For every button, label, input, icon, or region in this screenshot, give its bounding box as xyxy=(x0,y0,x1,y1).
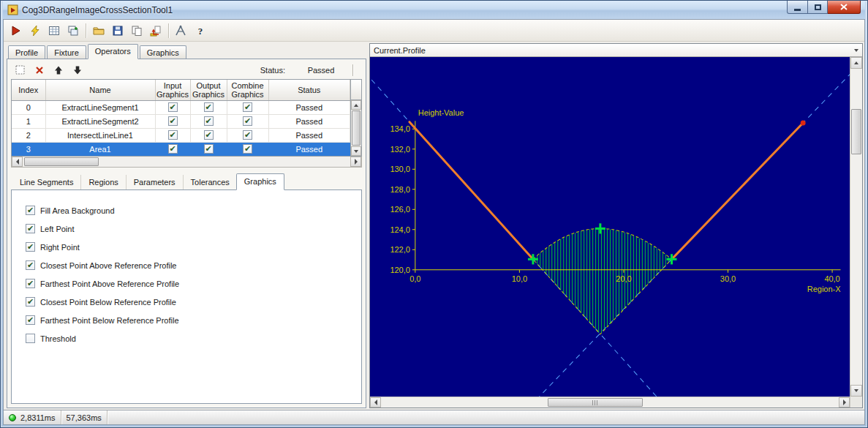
combine-graphics-checkbox[interactable] xyxy=(243,116,252,126)
table-horizontal-scrollbar[interactable] xyxy=(11,157,362,168)
closest-point-below-reference-profile-checkbox[interactable] xyxy=(26,297,35,307)
maximize-button[interactable] xyxy=(808,1,828,14)
thumb-grip xyxy=(592,400,599,405)
scroll-right-button[interactable] xyxy=(350,157,361,167)
add-operator-button[interactable] xyxy=(12,63,29,78)
output-graphics-checkbox[interactable] xyxy=(204,144,214,154)
title-bar[interactable]: Cog3DRangeImageCrossSectionTool1 xyxy=(3,1,865,19)
subtab-parameters[interactable]: Parameters xyxy=(126,175,183,189)
scrollbar-track[interactable] xyxy=(351,110,361,146)
operator-row[interactable]: 0ExtractLineSegment1Passed xyxy=(12,100,350,114)
fill-area-background-checkbox[interactable] xyxy=(26,206,35,215)
farthest-point-below-reference-profile-checkbox[interactable] xyxy=(26,315,35,325)
y-tick-label: 126,0 xyxy=(390,205,410,214)
reset-tool-button[interactable] xyxy=(146,22,165,40)
copy-results-button[interactable] xyxy=(127,22,146,40)
run-button[interactable] xyxy=(7,22,26,40)
y-tick-label: 128,0 xyxy=(390,185,410,194)
tab-operators[interactable]: Operators xyxy=(88,44,138,59)
column-header-combine-graphics: Combine Graphics xyxy=(227,80,268,100)
down-arrow-icon xyxy=(854,389,858,392)
scrollbar-thumb[interactable] xyxy=(352,110,361,146)
status-value: Passed xyxy=(298,66,344,75)
show-grid-button[interactable] xyxy=(45,22,64,40)
combine-graphics-checkbox[interactable] xyxy=(243,130,252,140)
farthest-point-above-reference-profile-checkbox[interactable] xyxy=(26,279,35,288)
operator-row[interactable]: 1ExtractLineSegment2Passed xyxy=(12,114,350,128)
output-graphics-checkbox[interactable] xyxy=(204,116,214,126)
scroll-down-button[interactable] xyxy=(850,385,862,397)
threshold-checkbox[interactable] xyxy=(26,334,35,343)
open-file-button[interactable] xyxy=(89,22,108,40)
arrow-down-icon xyxy=(72,65,83,75)
combine-graphics-checkbox[interactable] xyxy=(243,102,252,112)
right-arrow-icon xyxy=(843,399,846,405)
operator-subtabs: Line SegmentsRegionsParametersTolerances… xyxy=(11,173,362,189)
new-window-button[interactable] xyxy=(64,22,83,40)
x-tick-label: 40,0 xyxy=(824,274,839,283)
option-label: Closest Point Below Reference Profile xyxy=(40,298,176,307)
save-file-button[interactable] xyxy=(108,22,127,40)
profile-display-panel: Current.Profile 0,010,020,030,040,0134,0… xyxy=(369,43,863,408)
output-graphics-checkbox[interactable] xyxy=(204,130,214,140)
combine-graphics-checkbox[interactable] xyxy=(243,144,252,154)
subtab-tolerances[interactable]: Tolerances xyxy=(183,175,237,189)
delete-operator-button[interactable] xyxy=(31,63,48,78)
input-graphics-checkbox[interactable] xyxy=(168,130,178,140)
profile-source-dropdown[interactable]: Current.Profile xyxy=(370,44,862,57)
run-continuous-button[interactable] xyxy=(26,22,45,40)
plot-horizontal-scrollbar[interactable] xyxy=(370,397,850,408)
option-fill-area-background: Fill Area Background xyxy=(26,201,361,219)
scrollbar-thumb[interactable] xyxy=(24,157,99,166)
tab-graphics[interactable]: Graphics xyxy=(140,45,186,59)
closest-point-above-reference-profile-checkbox[interactable] xyxy=(26,260,35,270)
scroll-up-button[interactable] xyxy=(351,100,361,110)
tab-fixture[interactable]: Fixture xyxy=(47,45,86,59)
operator-row[interactable]: 2IntersectLineLine1Passed xyxy=(12,128,350,142)
column-header-output-graphics: Output Graphics xyxy=(190,80,227,100)
scrollbar-thumb[interactable] xyxy=(548,398,643,407)
operator-row[interactable]: 3Area1Passed xyxy=(12,142,350,156)
subtab-regions[interactable]: Regions xyxy=(80,175,125,189)
output-graphics-checkbox[interactable] xyxy=(204,102,214,112)
scroll-left-button[interactable] xyxy=(370,397,381,408)
minimize-button[interactable] xyxy=(787,1,808,14)
scroll-down-button[interactable] xyxy=(351,146,361,156)
cell-index: 2 xyxy=(12,128,45,142)
scrollbar-thumb[interactable] xyxy=(851,109,861,154)
cell-name: IntersectLineLine1 xyxy=(45,128,155,142)
subtab-graphics[interactable]: Graphics xyxy=(236,173,284,190)
close-button[interactable] xyxy=(828,1,861,14)
scrollbar-track[interactable] xyxy=(850,69,862,385)
help-button[interactable]: ? xyxy=(191,22,210,40)
caliper-button[interactable] xyxy=(172,22,191,40)
plot-vertical-scrollbar[interactable] xyxy=(850,57,862,397)
scroll-left-button[interactable] xyxy=(12,157,23,167)
input-graphics-checkbox[interactable] xyxy=(168,102,178,112)
scroll-right-button[interactable] xyxy=(839,397,850,408)
main-tabstrip: ProfileFixtureOperatorsGraphics xyxy=(7,43,366,59)
move-up-button[interactable] xyxy=(50,63,67,78)
open-folder-icon xyxy=(93,25,105,37)
scroll-up-button[interactable] xyxy=(850,57,862,69)
y-axis-title: Height-Value xyxy=(418,108,464,117)
execution-time: 2,8311ms xyxy=(20,413,56,422)
table-vertical-scrollbar[interactable] xyxy=(350,80,361,156)
status-led-icon xyxy=(9,414,16,421)
right-point-checkbox[interactable] xyxy=(26,242,35,252)
move-down-button[interactable] xyxy=(69,63,86,78)
subtab-line-segments[interactable]: Line Segments xyxy=(12,175,80,189)
maximize-icon xyxy=(815,4,821,10)
input-graphics-checkbox[interactable] xyxy=(168,116,178,126)
option-farthest-point-below-reference-profile: Farthest Point Below Reference Profile xyxy=(26,311,361,329)
toolbar-separator xyxy=(86,23,86,38)
close-icon xyxy=(840,4,848,10)
left-point-checkbox[interactable] xyxy=(26,224,35,233)
scrollbar-track[interactable] xyxy=(23,157,350,167)
cell-combine-graphics xyxy=(227,114,268,128)
input-graphics-checkbox[interactable] xyxy=(168,144,178,154)
tab-profile[interactable]: Profile xyxy=(8,45,45,59)
profile-plot[interactable]: 0,010,020,030,040,0134,0132,0130,0128,01… xyxy=(370,57,850,397)
cell-input-graphics xyxy=(155,114,190,128)
scrollbar-track[interactable] xyxy=(381,397,839,408)
